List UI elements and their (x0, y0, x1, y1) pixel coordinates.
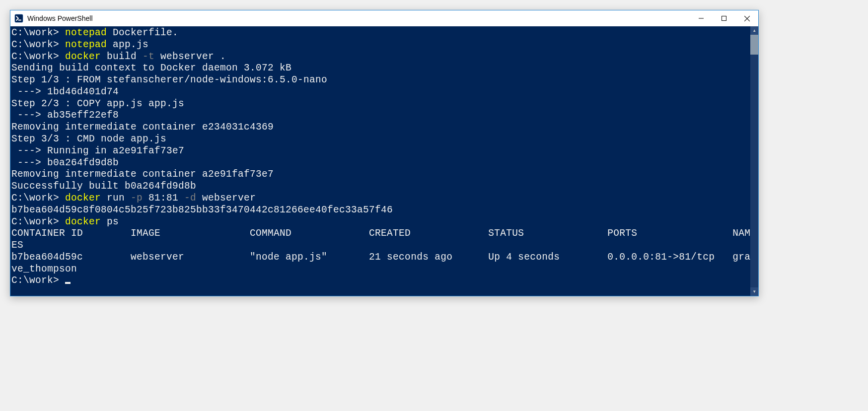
terminal-cursor (65, 282, 71, 284)
vertical-scrollbar[interactable]: ▲ ▼ (750, 26, 758, 296)
terminal-output-line: Step 2/3 : COPY app.js app.js (11, 98, 750, 110)
terminal-output-line: ---> Running in a2e91faf73e7 (11, 145, 750, 157)
powershell-window: Windows PowerShell C:\work> notepad Dock… (10, 10, 759, 296)
scroll-up-button[interactable]: ▲ (750, 26, 758, 35)
maximize-button[interactable] (713, 10, 735, 26)
window-title: Windows PowerShell (27, 14, 690, 22)
terminal-command-line: C:\work> docker build -t webserver . (11, 51, 750, 63)
terminal-output-line: Removing intermediate container a2e91faf… (11, 169, 750, 181)
terminal-output-line: ---> ab35eff22ef8 (11, 110, 750, 122)
terminal-client-area: C:\work> notepad Dockerfile.C:\work> not… (10, 26, 758, 296)
terminal-output-line: Step 3/3 : CMD node app.js (11, 134, 750, 145)
terminal-command-line: C:\work> (11, 275, 750, 287)
terminal-output-line: b7bea604d59c webserver "node app.js" 21 … (11, 252, 750, 264)
titlebar[interactable]: Windows PowerShell (10, 10, 758, 26)
window-controls (690, 10, 758, 26)
terminal-output-line: Successfully built b0a264fd9d8b (11, 181, 750, 193)
terminal-command-line: C:\work> notepad app.js (11, 39, 750, 51)
terminal-command-line: C:\work> docker ps (11, 216, 750, 228)
terminal-command-line: C:\work> notepad Dockerfile. (11, 27, 750, 39)
terminal-output[interactable]: C:\work> notepad Dockerfile.C:\work> not… (10, 26, 750, 296)
close-button[interactable] (735, 10, 758, 26)
terminal-output-line: ve_thompson (11, 264, 750, 275)
powershell-icon (14, 14, 23, 23)
terminal-output-line: Sending build context to Docker daemon 3… (11, 63, 750, 74)
scroll-down-button[interactable]: ▼ (750, 287, 758, 296)
terminal-output-line: ES (11, 240, 750, 252)
svg-rect-3 (722, 16, 726, 21)
terminal-output-line: Removing intermediate container e234031c… (11, 122, 750, 134)
terminal-command-line: C:\work> docker run -p 81:81 -d webserve… (11, 193, 750, 205)
scroll-thumb[interactable] (750, 35, 758, 55)
minimize-button[interactable] (690, 10, 713, 26)
terminal-output-line: ---> 1bd46d401d74 (11, 86, 750, 98)
terminal-output-line: CONTAINER ID IMAGE COMMAND CREATED STATU… (11, 228, 750, 240)
svg-rect-0 (15, 14, 23, 22)
terminal-output-line: b7bea604d59c8f0804c5b25f723b825bb33f3470… (11, 205, 750, 216)
terminal-output-line: Step 1/3 : FROM stefanscherer/node-windo… (11, 74, 750, 86)
terminal-output-line: ---> b0a264fd9d8b (11, 157, 750, 169)
